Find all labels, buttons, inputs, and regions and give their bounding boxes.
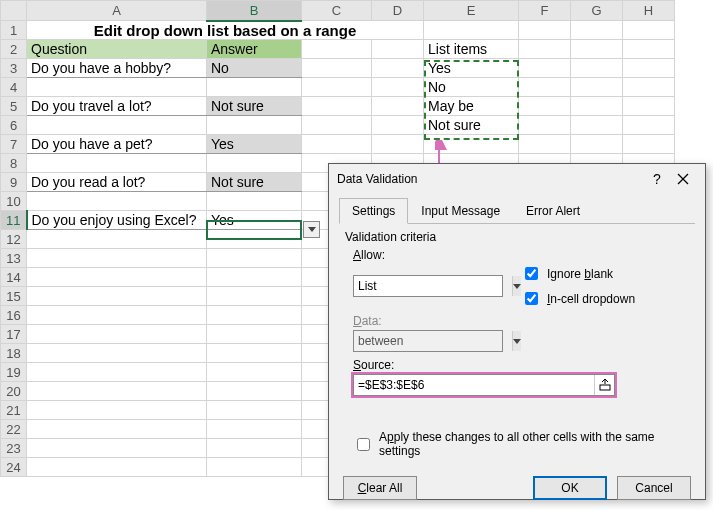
list-item-cell[interactable]: Yes bbox=[424, 59, 519, 78]
row-header[interactable]: 18 bbox=[1, 344, 27, 363]
answer-cell-active[interactable]: Yes bbox=[207, 211, 302, 230]
dialog-titlebar[interactable]: Data Validation ? bbox=[329, 164, 705, 194]
data-validation-dialog: Data Validation ? Settings Input Message… bbox=[328, 163, 706, 500]
allow-combobox[interactable] bbox=[353, 275, 503, 297]
row-header[interactable]: 23 bbox=[1, 439, 27, 458]
chevron-down-icon bbox=[512, 331, 521, 351]
ignore-blank-checkbox[interactable]: Ignore blank bbox=[521, 264, 635, 283]
tab-settings[interactable]: Settings bbox=[339, 198, 408, 224]
validation-criteria-label: Validation criteria bbox=[345, 230, 689, 244]
row-header[interactable]: 15 bbox=[1, 287, 27, 306]
chevron-down-icon bbox=[308, 227, 316, 232]
row-header[interactable]: 11 bbox=[1, 211, 27, 230]
row-header[interactable]: 5 bbox=[1, 97, 27, 116]
col-header-A[interactable]: A bbox=[27, 1, 207, 21]
page-title: Edit drop down list based on a range bbox=[27, 21, 424, 40]
question-cell[interactable]: Do you enjoy using Excel? bbox=[27, 211, 207, 230]
row-header[interactable]: 6 bbox=[1, 116, 27, 135]
source-field[interactable] bbox=[354, 375, 594, 395]
col-header-F[interactable]: F bbox=[519, 1, 571, 21]
col-header-B[interactable]: B bbox=[207, 1, 302, 21]
row-header[interactable]: 20 bbox=[1, 382, 27, 401]
row-header[interactable]: 17 bbox=[1, 325, 27, 344]
row-header[interactable]: 16 bbox=[1, 306, 27, 325]
answer-cell[interactable]: Yes bbox=[207, 135, 302, 154]
collapse-dialog-icon bbox=[599, 379, 611, 391]
col-header-C[interactable]: C bbox=[302, 1, 372, 21]
incell-dropdown-checkbox[interactable]: In-cell dropdown bbox=[521, 289, 635, 308]
answer-cell[interactable]: Not sure bbox=[207, 97, 302, 116]
data-combobox bbox=[353, 330, 503, 352]
row-header[interactable]: 3 bbox=[1, 59, 27, 78]
data-value bbox=[354, 331, 512, 351]
col-header-E[interactable]: E bbox=[424, 1, 519, 21]
list-item-cell[interactable]: Not sure bbox=[424, 116, 519, 135]
row-header[interactable]: 19 bbox=[1, 363, 27, 382]
chevron-down-icon[interactable] bbox=[512, 276, 521, 296]
row-header[interactable]: 4 bbox=[1, 78, 27, 97]
source-input[interactable] bbox=[353, 374, 615, 396]
answer-cell[interactable]: No bbox=[207, 59, 302, 78]
row-header[interactable]: 7 bbox=[1, 135, 27, 154]
svg-rect-3 bbox=[600, 385, 610, 390]
col-header-H[interactable]: H bbox=[623, 1, 675, 21]
allow-label: Allow: bbox=[353, 248, 689, 262]
tab-error-alert[interactable]: Error Alert bbox=[513, 198, 593, 224]
row-header[interactable]: 24 bbox=[1, 458, 27, 477]
cell-dropdown-button[interactable] bbox=[303, 221, 320, 238]
list-item-cell[interactable]: No bbox=[424, 78, 519, 97]
row-header[interactable]: 8 bbox=[1, 154, 27, 173]
row-header[interactable]: 13 bbox=[1, 249, 27, 268]
tab-input-message[interactable]: Input Message bbox=[408, 198, 513, 224]
question-cell[interactable]: Do you travel a lot? bbox=[27, 97, 207, 116]
row-header[interactable]: 10 bbox=[1, 192, 27, 211]
close-icon bbox=[677, 173, 689, 185]
ok-button[interactable]: OK bbox=[533, 476, 607, 500]
corner-cell[interactable] bbox=[1, 1, 27, 21]
source-label: Source: bbox=[353, 358, 689, 372]
row-header[interactable]: 12 bbox=[1, 230, 27, 249]
apply-all-checkbox[interactable]: Apply these changes to all other cells w… bbox=[353, 430, 689, 458]
col-header-G[interactable]: G bbox=[571, 1, 623, 21]
question-cell[interactable]: Do you have a hobby? bbox=[27, 59, 207, 78]
data-label: Data: bbox=[353, 314, 689, 328]
dialog-tabs: Settings Input Message Error Alert bbox=[339, 198, 695, 224]
row-header[interactable]: 21 bbox=[1, 401, 27, 420]
clear-all-button[interactable]: Clear All bbox=[343, 476, 417, 500]
range-picker-button[interactable] bbox=[594, 375, 614, 395]
col-header-D[interactable]: D bbox=[372, 1, 424, 21]
row-header[interactable]: 22 bbox=[1, 420, 27, 439]
question-cell[interactable]: Do you read a lot? bbox=[27, 173, 207, 192]
dialog-title: Data Validation bbox=[337, 172, 645, 186]
row-header[interactable]: 2 bbox=[1, 40, 27, 59]
close-button[interactable] bbox=[669, 169, 697, 189]
cancel-button[interactable]: Cancel bbox=[617, 476, 691, 500]
header-question: Question bbox=[27, 40, 207, 59]
allow-value[interactable] bbox=[354, 276, 512, 296]
row-header[interactable]: 1 bbox=[1, 21, 27, 40]
header-list-items: List items bbox=[424, 40, 519, 59]
answer-cell[interactable]: Not sure bbox=[207, 173, 302, 192]
row-header[interactable]: 9 bbox=[1, 173, 27, 192]
row-header[interactable]: 14 bbox=[1, 268, 27, 287]
list-item-cell[interactable]: May be bbox=[424, 97, 519, 116]
header-answer: Answer bbox=[207, 40, 302, 59]
help-button[interactable]: ? bbox=[645, 171, 669, 187]
question-cell[interactable]: Do you have a pet? bbox=[27, 135, 207, 154]
